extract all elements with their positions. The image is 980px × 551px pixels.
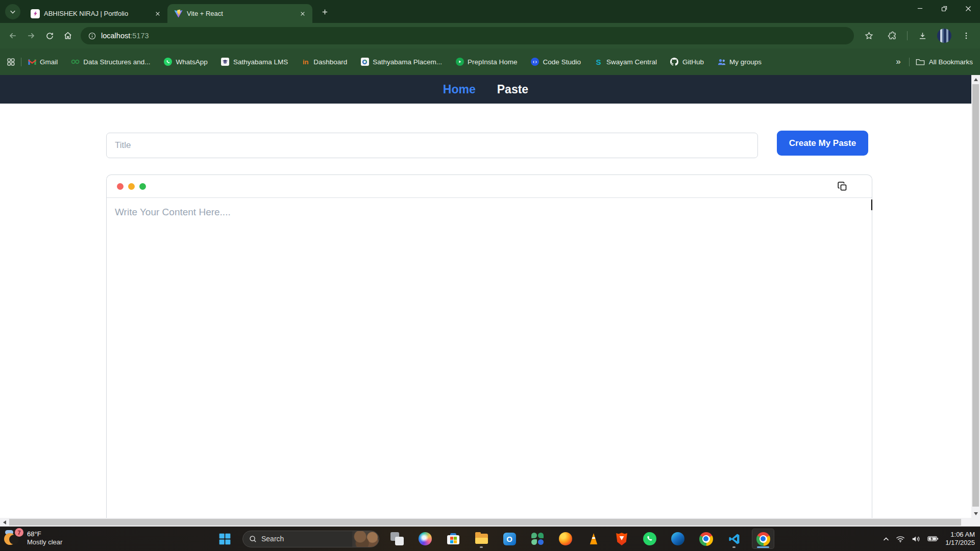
bookmark-data-structures[interactable]: Data Structures and... bbox=[71, 58, 150, 66]
windows-logo-icon bbox=[219, 533, 231, 545]
whatsapp-button[interactable] bbox=[640, 529, 660, 549]
firefox-button[interactable] bbox=[555, 529, 576, 549]
content-textarea[interactable]: Write Your Content Here.... bbox=[107, 198, 872, 518]
copilot-button[interactable] bbox=[415, 529, 435, 549]
outlook-button[interactable]: O bbox=[499, 529, 520, 549]
search-highlight-image[interactable] bbox=[352, 531, 379, 547]
chevron-down-icon bbox=[10, 7, 16, 16]
taskbar-center: Search O bbox=[214, 527, 774, 551]
extensions-button[interactable] bbox=[884, 27, 901, 44]
bookmark-prepinsta[interactable]: PrepInsta Home bbox=[455, 58, 518, 66]
brave-button[interactable] bbox=[611, 529, 632, 549]
bookmark-github[interactable]: GitHub bbox=[670, 58, 704, 66]
vscode-button[interactable] bbox=[724, 529, 744, 549]
chrome-active-window-button[interactable] bbox=[752, 529, 774, 549]
nav-home-link[interactable]: Home bbox=[443, 83, 476, 96]
tray-chevron-button[interactable] bbox=[883, 537, 889, 541]
green-app-button[interactable] bbox=[527, 529, 548, 549]
search-icon bbox=[249, 535, 257, 543]
file-explorer-button[interactable] bbox=[471, 529, 492, 549]
forward-arrow-icon bbox=[26, 31, 36, 41]
apps-grid-icon[interactable] bbox=[7, 58, 15, 66]
tab-close-icon[interactable] bbox=[153, 9, 162, 18]
three-dots-icon bbox=[962, 31, 971, 40]
taskbar-search-box[interactable]: Search bbox=[242, 531, 379, 547]
github-icon bbox=[670, 58, 679, 66]
nav-paste-link[interactable]: Paste bbox=[497, 83, 528, 96]
wifi-button[interactable] bbox=[896, 535, 905, 543]
tab-close-icon[interactable] bbox=[298, 9, 307, 18]
new-tab-button[interactable] bbox=[317, 5, 332, 19]
tray-clock[interactable]: 1:06 AM 1/17/2025 bbox=[945, 531, 975, 547]
create-paste-button[interactable]: Create My Paste bbox=[777, 131, 868, 156]
bookmarks-divider bbox=[909, 58, 910, 66]
bookmark-code-studio[interactable]: Code Studio bbox=[531, 58, 581, 66]
start-button[interactable] bbox=[214, 529, 235, 549]
swayam-icon: S bbox=[594, 58, 603, 66]
bookmark-label: GitHub bbox=[682, 58, 704, 66]
bookmark-my-groups[interactable]: My groups bbox=[717, 58, 762, 66]
close-button[interactable] bbox=[956, 0, 980, 17]
bookmarks-overflow-button[interactable]: » bbox=[894, 57, 902, 67]
restore-button[interactable] bbox=[932, 0, 956, 17]
tab-vite-react[interactable]: Vite + React bbox=[167, 4, 312, 23]
scroll-down-arrow[interactable] bbox=[971, 509, 980, 518]
bookmark-swayam[interactable]: S Swayam Central bbox=[594, 58, 657, 66]
bookmark-sathyabama-lms[interactable]: Sathyabama LMS bbox=[221, 58, 288, 66]
task-view-icon bbox=[390, 532, 404, 545]
weather-widget[interactable]: 7 68°F Mostly clear bbox=[4, 528, 62, 548]
bookmark-whatsapp[interactable]: WhatsApp bbox=[164, 58, 208, 66]
tab-title: ABHISHEK NIRAJ | Portfolio bbox=[44, 10, 149, 17]
tab-title: Vite + React bbox=[187, 10, 294, 17]
clock-date: 1/17/2025 bbox=[945, 539, 975, 547]
address-bar[interactable]: localhost:5173 bbox=[81, 27, 854, 44]
windows-taskbar: 7 68°F Mostly clear Search bbox=[0, 527, 980, 551]
horizontal-scrollbar[interactable] bbox=[0, 518, 971, 527]
bookmark-star-button[interactable] bbox=[860, 27, 877, 44]
horizontal-scroll-thumb[interactable] bbox=[9, 519, 961, 525]
vertical-scroll-thumb[interactable] bbox=[972, 84, 979, 507]
microsoft-store-icon bbox=[447, 533, 459, 544]
chrome-button[interactable] bbox=[696, 529, 716, 549]
bookmark-label: PrepInsta Home bbox=[468, 58, 518, 66]
bookmark-label: Data Structures and... bbox=[83, 58, 150, 66]
site-info-icon[interactable] bbox=[88, 32, 96, 40]
plus-icon bbox=[322, 9, 328, 15]
green-app-icon bbox=[531, 533, 544, 545]
back-button[interactable] bbox=[4, 27, 21, 44]
microsoft-store-button[interactable] bbox=[443, 529, 463, 549]
title-input[interactable] bbox=[106, 133, 758, 158]
scroll-left-arrow[interactable] bbox=[0, 518, 9, 527]
downloads-button[interactable] bbox=[914, 27, 931, 44]
clock-time: 1:06 AM bbox=[945, 531, 975, 539]
wifi-icon bbox=[896, 535, 905, 543]
bookmark-dashboard[interactable]: in Dashboard bbox=[301, 58, 347, 66]
edge-button[interactable] bbox=[668, 529, 688, 549]
reload-button[interactable] bbox=[41, 27, 58, 44]
file-explorer-icon bbox=[475, 534, 488, 544]
prepinsta-icon bbox=[455, 58, 464, 66]
firefox-icon bbox=[559, 532, 572, 545]
menu-button[interactable] bbox=[958, 27, 975, 44]
lightning-favicon-icon bbox=[31, 9, 40, 18]
toolbar-divider bbox=[907, 31, 908, 40]
bookmark-gmail[interactable]: Gmail bbox=[28, 58, 58, 66]
download-icon bbox=[918, 31, 927, 41]
home-button[interactable] bbox=[59, 27, 77, 44]
task-view-button[interactable] bbox=[387, 529, 407, 549]
profile-avatar[interactable] bbox=[937, 29, 951, 43]
brave-icon bbox=[616, 532, 628, 545]
forward-button[interactable] bbox=[22, 27, 40, 44]
edge-icon bbox=[671, 532, 684, 545]
bookmark-sathyabama-placement[interactable]: Sathyabama Placem... bbox=[360, 58, 442, 66]
tab-search-button[interactable] bbox=[5, 4, 20, 19]
volume-button[interactable] bbox=[912, 535, 921, 543]
scroll-up-arrow[interactable] bbox=[971, 75, 980, 84]
copy-button[interactable] bbox=[835, 179, 849, 193]
tab-portfolio[interactable]: ABHISHEK NIRAJ | Portfolio bbox=[24, 4, 167, 23]
battery-button[interactable] bbox=[927, 536, 939, 542]
all-bookmarks-button[interactable]: All Bookmarks bbox=[916, 58, 973, 66]
vertical-scrollbar[interactable] bbox=[971, 75, 980, 518]
vlc-button[interactable] bbox=[583, 529, 604, 549]
minimize-button[interactable] bbox=[908, 0, 932, 17]
